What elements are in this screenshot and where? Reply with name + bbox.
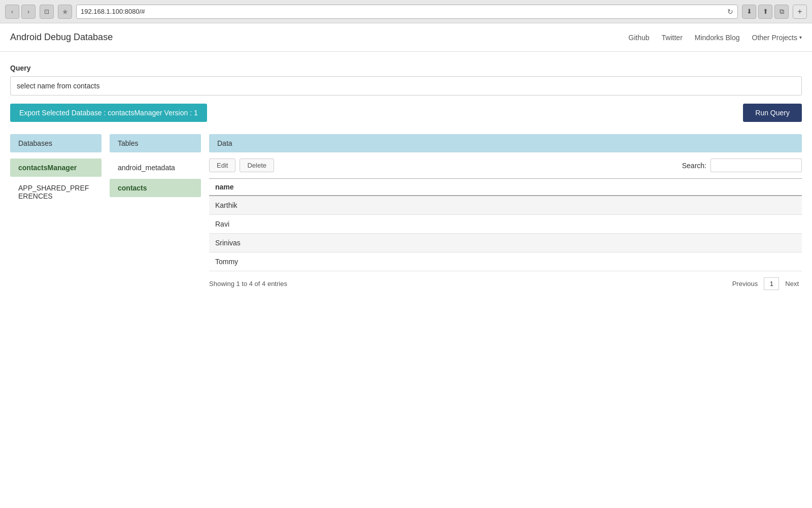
previous-button[interactable]: Previous: [729, 278, 761, 290]
column-header-name: name: [209, 179, 802, 196]
sidebar-button[interactable]: ⊡: [40, 5, 54, 19]
nav-buttons: ‹ ›: [5, 5, 36, 19]
query-label: Query: [10, 64, 802, 72]
export-button[interactable]: Export Selected Database : contactsManag…: [10, 104, 207, 122]
cell-ravi: Ravi: [209, 215, 802, 234]
search-input[interactable]: [710, 158, 802, 172]
cell-karthik: Karthik: [209, 196, 802, 215]
data-panel-header: Data: [209, 134, 802, 152]
other-projects-label: Other Projects: [752, 34, 797, 42]
table-item-android-metadata[interactable]: android_metadata: [110, 158, 201, 177]
mindorks-link[interactable]: Mindorks Blog: [695, 34, 740, 42]
query-section: Query: [10, 64, 802, 104]
new-tab-button[interactable]: +: [793, 5, 807, 19]
data-toolbar: Edit Delete Search:: [209, 158, 802, 172]
edit-button[interactable]: Edit: [209, 158, 235, 172]
delete-button[interactable]: Delete: [240, 158, 274, 172]
forward-button[interactable]: ›: [21, 5, 36, 19]
data-panel: Data Edit Delete Search: name: [209, 134, 802, 290]
other-projects-dropdown[interactable]: Other Projects ▾: [752, 34, 802, 42]
search-label: Search:: [682, 162, 706, 170]
download-button[interactable]: ⬇: [742, 5, 756, 19]
next-button[interactable]: Next: [782, 278, 802, 290]
url-text: 192.168.1.100:8080/#: [81, 8, 145, 15]
navbar-links: Github Twitter Mindorks Blog Other Proje…: [628, 34, 802, 42]
table-footer: Showing 1 to 4 of 4 entries Previous 1 N…: [209, 277, 802, 290]
navbar-brand: Android Debug Database: [10, 32, 113, 43]
url-bar[interactable]: 192.168.1.100:8080/# ↻: [76, 5, 738, 19]
action-buttons: ⬇ ⬆ ⧉: [742, 5, 789, 19]
run-query-button[interactable]: Run Query: [743, 104, 802, 122]
panels: Databases contactsManager APP_SHARED_PRE…: [10, 134, 802, 290]
app-wrapper: Android Debug Database Github Twitter Mi…: [0, 23, 812, 508]
table-item-contacts[interactable]: contacts: [110, 179, 201, 197]
query-actions: Export Selected Database : contactsManag…: [10, 104, 802, 122]
page-number: 1: [764, 277, 779, 290]
cell-srinivas: Srinivas: [209, 234, 802, 252]
pagination: Previous 1 Next: [729, 277, 802, 290]
table-row: Ravi: [209, 215, 802, 234]
tables-header: Tables: [110, 134, 201, 152]
back-button[interactable]: ‹: [5, 5, 19, 19]
query-input[interactable]: [10, 76, 802, 96]
twitter-link[interactable]: Twitter: [662, 34, 683, 42]
cell-tommy: Tommy: [209, 252, 802, 271]
database-item-shared-prefs[interactable]: APP_SHARED_PREFERENCES: [10, 179, 101, 205]
showing-entries-text: Showing 1 to 4 of 4 entries: [209, 280, 287, 288]
main-content: Query Export Selected Database : contact…: [0, 52, 812, 302]
databases-panel: Databases contactsManager APP_SHARED_PRE…: [10, 134, 101, 207]
table-row: Tommy: [209, 252, 802, 271]
databases-header: Databases: [10, 134, 101, 152]
navbar: Android Debug Database Github Twitter Mi…: [0, 23, 812, 52]
tables-panel: Tables android_metadata contacts: [110, 134, 201, 199]
database-item-contactsmanager[interactable]: contactsManager: [10, 158, 101, 177]
fullscreen-button[interactable]: ⧉: [774, 5, 789, 19]
browser-chrome: ‹ › ⊡ ★ 192.168.1.100:8080/# ↻ ⬇ ⬆ ⧉ +: [0, 0, 812, 23]
github-link[interactable]: Github: [628, 34, 649, 42]
data-table: name Karthik Ravi Srinivas: [209, 178, 802, 271]
reload-icon[interactable]: ↻: [727, 8, 733, 16]
table-row: Srinivas: [209, 234, 802, 252]
favorite-button[interactable]: ★: [58, 5, 72, 19]
table-row: Karthik: [209, 196, 802, 215]
share-button[interactable]: ⬆: [758, 5, 772, 19]
dropdown-arrow-icon: ▾: [799, 35, 802, 40]
